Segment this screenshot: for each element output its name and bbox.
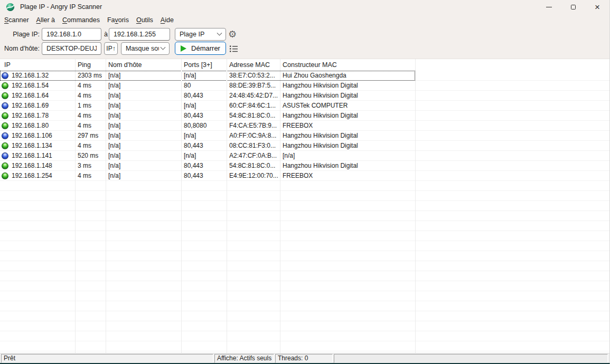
- table-row[interactable]: 192.168.1.1483 ms[n/a]80,44354:8C:81:8C:…: [0, 161, 415, 171]
- menu-bar: Scanner Aller à Commandes Favoris Outils…: [0, 14, 609, 26]
- cell-ip: 192.168.1.254: [0, 171, 75, 181]
- ip-text: 192.168.1.141: [12, 151, 52, 161]
- table-row[interactable]: 192.168.1.322303 ms[n/a][n/a]38:E7:C0:53…: [0, 71, 415, 81]
- preferences-gear-icon[interactable]: ⚙: [228, 30, 237, 39]
- cell-ping: 4 ms: [75, 121, 106, 131]
- cell-mac: A2:47:CF:0A:B...: [227, 151, 280, 161]
- cell-ping: 4 ms: [75, 111, 106, 121]
- menu-commands[interactable]: Commandes: [59, 16, 104, 24]
- cell-ping: 4 ms: [75, 141, 106, 151]
- table-row[interactable]: 192.168.1.691 ms[n/a][n/a]60:CF:84:6C:1.…: [0, 101, 415, 111]
- title-bar: Plage IP - Angry IP Scanner ×: [0, 0, 609, 14]
- host-status-icon: [2, 82, 8, 89]
- table-row[interactable]: 192.168.1.2544 ms[n/a]80,443E4:9E:12:00:…: [0, 171, 415, 181]
- column-header-vendor[interactable]: Constructeur MAC: [280, 59, 415, 71]
- range-label: Plage IP:: [0, 28, 40, 41]
- table-row[interactable]: 192.168.1.804 ms[n/a]80,8080F4:CA:E5:7B:…: [0, 121, 415, 131]
- ip-text: 192.168.1.80: [12, 121, 49, 131]
- cell-ip: 192.168.1.69: [0, 101, 75, 111]
- column-header-ip[interactable]: IP: [0, 59, 75, 71]
- cell-ip: 192.168.1.80: [0, 121, 75, 131]
- hostname-label: Nom d'hôte:: [0, 42, 40, 55]
- minimize-icon: [546, 7, 552, 7]
- menu-help[interactable]: Aide: [157, 16, 177, 24]
- cell-ports: 80,443: [181, 161, 227, 171]
- cell-ip: 192.168.1.54: [0, 81, 75, 91]
- netmask-select[interactable]: Masque sous: [121, 42, 170, 55]
- cell-hostname: [n/a]: [106, 121, 181, 131]
- feeder-select-value: Plage IP: [180, 31, 215, 38]
- cell-ports: [n/a]: [181, 71, 227, 81]
- maximize-button[interactable]: [561, 0, 585, 14]
- table-row[interactable]: 192.168.1.544 ms[n/a]8088:DE:39:B7:5...H…: [0, 81, 415, 91]
- status-bar: Prêt Affiche: Actifs seuls Threads: 0: [0, 353, 609, 363]
- ip-text: 192.168.1.64: [12, 91, 49, 101]
- cell-mac: 88:DE:39:B7:5...: [227, 81, 280, 91]
- minimize-button[interactable]: [537, 0, 561, 14]
- cell-ip: 192.168.1.134: [0, 141, 75, 151]
- hostname-input[interactable]: [42, 42, 101, 55]
- cell-vendor: Hangzhou Hikvision Digital: [280, 161, 415, 171]
- ip-text: 192.168.1.134: [12, 141, 52, 151]
- chevron-down-icon: [217, 30, 222, 35]
- status-state: Prêt: [1, 354, 213, 363]
- close-icon: ×: [595, 3, 600, 12]
- table-row[interactable]: 192.168.1.141520 ms[n/a][n/a]A2:47:CF:0A…: [0, 151, 415, 161]
- range-from-input[interactable]: [42, 28, 101, 41]
- results-table: IP Ping Nom d'hôte Ports [3+] Adresse MA…: [0, 59, 609, 353]
- ip-up-button[interactable]: IP↑: [104, 42, 118, 55]
- table-row[interactable]: 192.168.1.1344 ms[n/a]80,44308:CC:81:F3:…: [0, 141, 415, 151]
- host-status-icon: [2, 72, 8, 79]
- cell-ports: 80,443: [181, 111, 227, 121]
- host-status-icon: [2, 102, 8, 109]
- cell-mac: 54:8C:81:8C:0...: [227, 111, 280, 121]
- menu-favorites[interactable]: Favoris: [104, 16, 133, 24]
- cell-ports: [n/a]: [181, 151, 227, 161]
- cell-hostname: [n/a]: [106, 141, 181, 151]
- column-header-hostname[interactable]: Nom d'hôte: [106, 59, 181, 71]
- menu-scanner[interactable]: Scanner: [1, 16, 33, 24]
- table-row[interactable]: 192.168.1.106297 ms[n/a][n/a]A0:FF:0C:9A…: [0, 131, 415, 141]
- cell-ip: 192.168.1.148: [0, 161, 75, 171]
- ip-text: 192.168.1.106: [12, 131, 52, 141]
- cell-ping: 520 ms: [75, 151, 106, 161]
- cell-mac: 24:48:45:42:D7...: [227, 91, 280, 101]
- column-header-ping[interactable]: Ping: [75, 59, 106, 71]
- cell-hostname: [n/a]: [106, 91, 181, 101]
- ip-text: 192.168.1.32: [12, 71, 49, 81]
- column-header-mac[interactable]: Adresse MAC: [227, 59, 280, 71]
- menu-tools[interactable]: Outils: [133, 16, 157, 24]
- cell-hostname: [n/a]: [106, 111, 181, 121]
- cell-vendor: Hangzhou Hikvision Digital: [280, 131, 415, 141]
- host-status-icon: [2, 112, 8, 119]
- start-button[interactable]: Démarrer: [175, 42, 226, 55]
- table-row[interactable]: 192.168.1.644 ms[n/a]80,44324:48:45:42:D…: [0, 91, 415, 101]
- menu-goto[interactable]: Aller à: [33, 16, 59, 24]
- table-header: IP Ping Nom d'hôte Ports [3+] Adresse MA…: [0, 59, 609, 71]
- cell-ping: 4 ms: [75, 91, 106, 101]
- cell-mac: 60:CF:84:6C:1...: [227, 101, 280, 111]
- host-status-icon: [2, 122, 8, 129]
- cell-vendor: [n/a]: [280, 151, 415, 161]
- cell-mac: A0:FF:0C:9A:8...: [227, 131, 280, 141]
- cell-vendor: Hangzhou Hikvision Digital: [280, 81, 415, 91]
- play-icon: [181, 45, 186, 52]
- close-button[interactable]: ×: [585, 0, 609, 14]
- column-header-ports[interactable]: Ports [3+]: [181, 59, 227, 71]
- range-to-input[interactable]: [109, 28, 170, 41]
- table-row[interactable]: 192.168.1.784 ms[n/a]80,44354:8C:81:8C:0…: [0, 111, 415, 121]
- status-threads: Threads: 0: [275, 354, 333, 363]
- cell-ports: 80,443: [181, 91, 227, 101]
- cell-hostname: [n/a]: [106, 131, 181, 141]
- cell-ports: [n/a]: [181, 101, 227, 111]
- feeder-select[interactable]: Plage IP: [175, 28, 226, 41]
- cell-vendor: Hangzhou Hikvision Digital: [280, 91, 415, 101]
- cell-ports: 80,8080: [181, 121, 227, 131]
- cell-ip: 192.168.1.106: [0, 131, 75, 141]
- cell-vendor: FREEBOX: [280, 121, 415, 131]
- cell-ports: 80: [181, 81, 227, 91]
- ip-text: 192.168.1.254: [12, 171, 52, 181]
- cell-hostname: [n/a]: [106, 151, 181, 161]
- ip-text: 192.168.1.78: [12, 111, 49, 121]
- details-list-icon[interactable]: [229, 45, 238, 53]
